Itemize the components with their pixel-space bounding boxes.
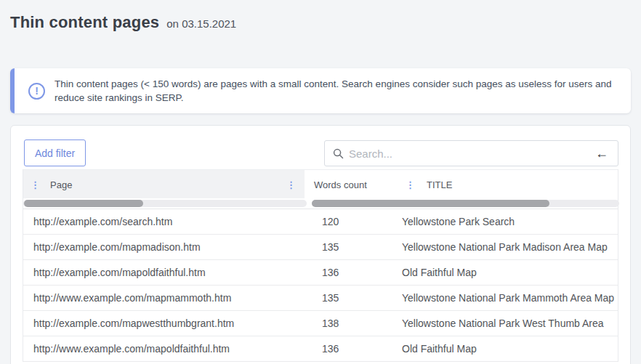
page-cell: http://example.com/mapoldfaithful.htm (23, 267, 317, 278)
search-input[interactable] (349, 147, 595, 160)
add-filter-button[interactable]: Add filter (24, 139, 86, 166)
page-cell: http://example.com/mapwestthumbgrant.htm (23, 318, 317, 329)
table-row[interactable]: http://example.com/search.htm 120 Yellow… (23, 209, 618, 235)
search-icon (333, 148, 344, 159)
title-cell: Yellowstone National Park Madison Area M… (402, 241, 618, 253)
scrollbar-track-right[interactable] (312, 200, 619, 207)
words-count-cell: 138 (317, 318, 402, 329)
page-cell: http://example.com/mapmadison.htm (23, 241, 317, 253)
table-row[interactable]: http://www.example.com/mapmammoth.htm 13… (23, 286, 618, 311)
title-cell: Old Faithful Map (402, 343, 618, 355)
back-arrow-icon[interactable]: ← (595, 147, 608, 160)
table-row[interactable]: http://example.com/mapoldfaithful.htm 13… (23, 260, 618, 286)
table-card: Add filter ← ⋮ Page ⋮ Words count ⋮ TITL… (10, 125, 631, 364)
words-count-cell: 135 (317, 292, 402, 304)
drag-handle-icon[interactable]: ⋮ (31, 180, 40, 190)
column-label-title[interactable]: TITLE (427, 179, 452, 190)
horizontal-scrollbars (23, 198, 618, 209)
title-cell: Yellowstone National Park West Thumb Are… (402, 318, 618, 329)
page-header: Thin content pages on 03.15.2021 (10, 13, 236, 32)
column-header-group: Words count ⋮ TITLE (308, 170, 618, 199)
words-count-cell: 135 (317, 241, 402, 253)
info-icon: ! (28, 83, 45, 100)
title-cell: Yellowstone Park Search (402, 216, 618, 227)
title-cell: Yellowstone National Park Mammoth Area M… (402, 292, 618, 304)
scrollbar-track-left[interactable] (23, 200, 307, 207)
banner-text: Thin content pages (< 150 words) are pag… (55, 77, 618, 105)
page-cell: http://www.example.com/mapmammoth.htm (23, 292, 317, 304)
table-row[interactable]: http://www.example.com/mapoldfaithful.ht… (23, 336, 618, 362)
info-banner: ! Thin content pages (< 150 words) are p… (10, 68, 631, 113)
title-cell: Old Faithful Map (402, 267, 618, 278)
thin-pages-table: ⋮ Page ⋮ Words count ⋮ TITLE (23, 169, 618, 362)
table-row[interactable]: http://example.com/mapmadison.htm 135 Ye… (23, 235, 618, 260)
column-label-page: Page (50, 179, 72, 190)
info-icon-glyph: ! (35, 86, 39, 96)
page-cell: http://example.com/search.htm (23, 216, 317, 227)
words-count-cell: 120 (317, 216, 402, 227)
table-body: http://example.com/search.htm 120 Yellow… (23, 209, 618, 362)
words-count-cell: 136 (317, 267, 402, 278)
scrollbar-thumb-right[interactable] (312, 200, 549, 207)
table-header-row: ⋮ Page ⋮ Words count ⋮ TITLE (23, 169, 618, 198)
page-date: on 03.15.2021 (166, 17, 236, 30)
drag-handle-icon[interactable]: ⋮ (406, 180, 415, 190)
page-root: Thin content pages on 03.15.2021 ! Thin … (0, 0, 641, 364)
drag-handle-icon[interactable]: ⋮ (286, 180, 296, 190)
scrollbar-thumb-left[interactable] (24, 200, 143, 207)
page-title: Thin content pages (10, 13, 159, 32)
table-row[interactable]: http://example.com/mapwestthumbgrant.htm… (23, 311, 618, 336)
column-label-words-count[interactable]: Words count (314, 179, 406, 190)
column-header-page[interactable]: ⋮ Page ⋮ (23, 170, 308, 199)
words-count-cell: 136 (317, 343, 402, 355)
page-cell: http://www.example.com/mapoldfaithful.ht… (23, 343, 317, 355)
banner-accent-bar (10, 68, 15, 113)
search-box[interactable]: ← (324, 140, 618, 166)
